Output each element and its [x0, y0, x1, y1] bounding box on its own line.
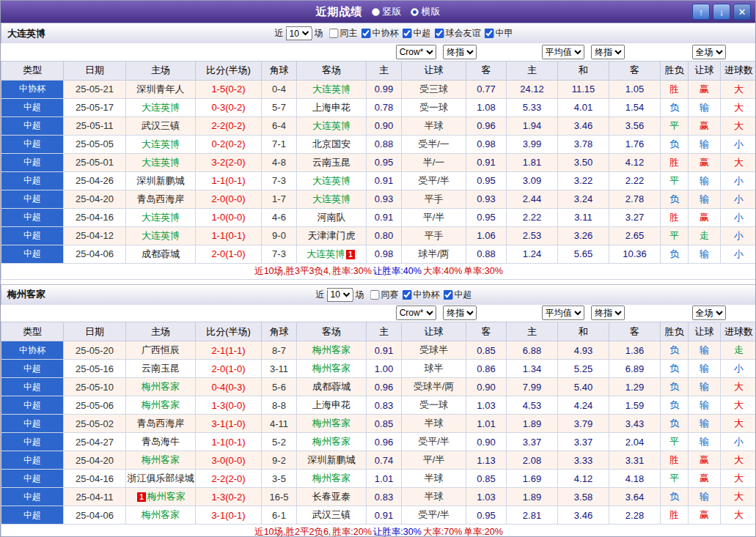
cell-away-team: 大连英博 — [297, 190, 367, 208]
cell-corners: 4-8 — [262, 153, 297, 171]
final-odds-select-2[interactable]: 终指 — [591, 45, 625, 59]
layout-option-horizontal[interactable]: 横版 — [411, 5, 441, 18]
cell-avg-draw: 3.46 — [558, 506, 609, 525]
cell-avg-draw: 4.93 — [558, 341, 609, 360]
cell-avg-away: 2.78 — [609, 190, 661, 208]
cell-result-goals: 大 — [721, 488, 756, 506]
cell-avg-away: 1.29 — [609, 378, 661, 396]
summary-segment: 胜率:30% — [332, 265, 372, 278]
average-selects-cell: 平均值 终指 — [507, 305, 661, 322]
radio-vertical-icon — [372, 8, 380, 16]
filter-checkbox[interactable] — [362, 29, 371, 38]
cell-competition: 中超 — [1, 190, 64, 208]
filter-label: 中超 — [414, 27, 431, 40]
layout-option-vertical[interactable]: 竖版 — [372, 5, 402, 18]
filter-checkbox[interactable] — [403, 290, 412, 300]
final-odds-select-1[interactable]: 终指 — [443, 305, 477, 320]
cell-date: 25-05-02 — [64, 415, 126, 433]
recent-results-window: 近期战绩 竖版 横版 ↑ ↓ ✕ 大连英博 近 10 场 同主中协杯中超球会友谊… — [0, 0, 756, 537]
cell-result-handicap: 输 — [689, 98, 721, 116]
cell-score: 2-0(1-0) — [196, 360, 262, 378]
cell-handicap-home-odds: 0.83 — [367, 396, 402, 415]
cell-avg-draw: 5.25 — [558, 360, 609, 378]
filter-checkbox[interactable] — [435, 29, 444, 38]
filter-option-中协杯[interactable]: 中协杯 — [403, 289, 440, 301]
team-name: 成都蓉城 — [312, 381, 351, 392]
red-card-badge: 1 — [346, 250, 355, 259]
final-odds-select-2[interactable]: 终指 — [591, 305, 625, 320]
cell-handicap-away-odds: 0.85 — [466, 341, 507, 360]
filter-checkbox[interactable] — [370, 290, 380, 300]
bookmaker-select[interactable]: Crow* — [396, 305, 436, 320]
cell-handicap-line: 受平/半 — [402, 506, 466, 525]
cell-result-goals: 大 — [721, 98, 756, 116]
filter-checkbox[interactable] — [444, 290, 453, 300]
team-name: 梅州客家 — [312, 473, 351, 484]
cell-handicap-away-odds: 0.93 — [466, 190, 507, 208]
recent-count-select[interactable]: 10 — [327, 288, 353, 302]
cell-handicap-line: 受平/半 — [402, 433, 466, 451]
summary-segment: 单率:30% — [463, 265, 503, 278]
final-odds-select-1[interactable]: 终指 — [443, 45, 477, 59]
cell-result-wdl: 平 — [661, 171, 689, 190]
cell-date: 25-04-06 — [64, 245, 126, 263]
move-down-button[interactable]: ↓ — [713, 4, 730, 20]
cell-avg-away: 1.05 — [609, 80, 661, 98]
cell-handicap-line: 半球 — [402, 415, 466, 433]
section-dalian-yingbo: 大连英博 近 10 场 同主中协杯中超球会友谊中甲 Crow* — [1, 23, 756, 280]
cell-result-goals: 大 — [721, 396, 756, 415]
cell-avg-draw: 11.15 — [558, 80, 609, 98]
filter-option-中协杯[interactable]: 中协杯 — [362, 27, 399, 40]
summary-segment: 让胜率:40% — [373, 265, 422, 278]
average-select[interactable]: 平均值 — [542, 45, 584, 59]
average-select[interactable]: 平均值 — [542, 305, 584, 320]
cell-avg-home: 5.33 — [507, 98, 558, 116]
cell-handicap-home-odds: 0.83 — [367, 488, 402, 506]
cell-competition: 中超 — [1, 208, 64, 226]
filter-option-同赛[interactable]: 同赛 — [370, 289, 399, 301]
move-up-button[interactable]: ↑ — [692, 4, 710, 20]
team-name: 大连英博 — [142, 212, 180, 223]
cell-handicap-home-odds: 0.85 — [367, 415, 402, 433]
cell-avg-draw: 3.22 — [558, 171, 609, 190]
scope-select[interactable]: 全场 — [692, 45, 726, 59]
close-button[interactable]: ✕ — [733, 4, 751, 20]
filter-option-同主[interactable]: 同主 — [329, 27, 358, 40]
cell-avg-away: 1.76 — [609, 135, 661, 153]
filter-option-中超[interactable]: 中超 — [444, 289, 472, 301]
team-name: 广西恒辰 — [142, 344, 180, 355]
cell-date: 25-04-12 — [64, 226, 126, 245]
team-name: 青岛海牛 — [142, 436, 180, 447]
filter-checkbox[interactable] — [485, 29, 494, 38]
cell-corners: 4-6 — [262, 208, 297, 226]
bookmaker-select[interactable]: Crow* — [396, 45, 436, 59]
cell-date: 25-05-20 — [64, 341, 126, 360]
cell-handicap-away-odds: 1.06 — [466, 226, 507, 245]
cell-competition: 中协杯 — [1, 80, 64, 98]
scope-select[interactable]: 全场 — [692, 305, 726, 320]
filter-option-中甲[interactable]: 中甲 — [485, 27, 513, 40]
cell-result-handicap: 输 — [689, 360, 721, 378]
cell-away-team: 梅州客家 — [297, 341, 367, 360]
filter-option-球会友谊[interactable]: 球会友谊 — [435, 27, 481, 40]
cell-home-team: 云南玉昆 — [126, 360, 196, 378]
cell-avg-home: 1.34 — [507, 360, 558, 378]
column-header-10: 和 — [558, 322, 609, 341]
recent-count-select[interactable]: 10 — [286, 26, 312, 40]
filter-option-中超[interactable]: 中超 — [403, 27, 431, 40]
cell-result-goals: 大 — [721, 506, 756, 525]
recent-label: 近 — [275, 27, 284, 40]
team-name: 北京国安 — [312, 138, 351, 149]
cell-avg-home: 1.69 — [507, 470, 558, 488]
cell-result-goals: 走 — [721, 341, 756, 360]
filter-checkbox[interactable] — [403, 29, 412, 38]
cell-avg-draw: 4.24 — [558, 396, 609, 415]
filter-checkbox[interactable] — [329, 29, 339, 38]
cell-result-handicap: 赢 — [689, 208, 721, 226]
cell-corners: 0-4 — [262, 80, 297, 98]
cell-corners: 3-5 — [262, 470, 297, 488]
cell-home-team: 大连英博 — [126, 135, 196, 153]
cell-result-goals: 大 — [721, 451, 756, 470]
team-name: 梅州客家 — [147, 491, 186, 502]
cell-handicap-away-odds: 1.03 — [466, 396, 507, 415]
